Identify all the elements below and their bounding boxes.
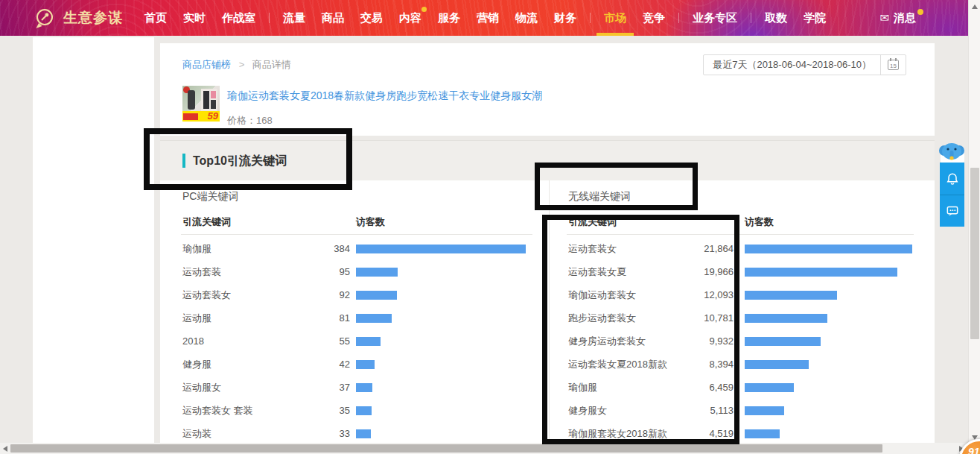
nav-group-divider <box>678 13 679 23</box>
horizontal-scroll-thumb[interactable] <box>10 444 882 453</box>
visitor-count: 55 <box>294 335 350 347</box>
annotation-box-wireless-tab <box>535 163 698 210</box>
visitor-count: 35 <box>294 405 350 416</box>
nav-item-2-1[interactable]: 竞争 <box>643 0 665 36</box>
visitor-bar-cell <box>745 383 794 392</box>
keyword-row: 瑜伽服384 <box>160 237 549 260</box>
nav-item-0-2[interactable]: 作战室 <box>222 0 255 36</box>
keyword-label: 运动服 <box>182 312 294 325</box>
keyword-label: 瑜伽服 <box>182 242 294 256</box>
elephant-mascot-icon[interactable] <box>938 140 966 165</box>
nav-item-2-0[interactable]: 市场 <box>604 0 626 36</box>
annotation-box-section-title <box>144 128 352 190</box>
calendar-icon: 15 <box>888 60 899 70</box>
logo-title: 生意参谋 <box>63 8 123 28</box>
nav-item-messages[interactable]: ✉ 消息 <box>879 0 923 36</box>
visitor-bar-cell <box>745 360 809 369</box>
feedback-chat-button[interactable] <box>940 195 964 227</box>
visitor-bar <box>745 429 780 438</box>
visitor-bar-cell <box>356 337 381 346</box>
visitor-bar-cell <box>745 337 821 346</box>
compass-logo-icon <box>34 7 54 29</box>
visitor-count: 42 <box>294 359 350 370</box>
visitor-bar <box>745 406 784 415</box>
visitor-bar <box>356 383 372 392</box>
breadcrumb-separator: > <box>239 59 245 70</box>
nav-item-1-1[interactable]: 商品 <box>322 0 344 36</box>
nav-group-divider <box>751 13 751 23</box>
vertical-scrollbar[interactable] <box>968 0 980 454</box>
date-range-selector[interactable]: 最近7天（2018-06-04~2018-06-10） 15 <box>703 54 906 75</box>
header-divider-line <box>181 234 532 235</box>
scroll-left-arrow[interactable] <box>3 446 7 452</box>
keyword-label: 运动服女 <box>182 381 294 394</box>
visitor-bar <box>356 429 371 438</box>
nav-group-divider <box>269 13 270 23</box>
thumb-price-badge: 59 <box>208 111 218 122</box>
column-header-visitors: 访客数 <box>745 215 774 229</box>
breadcrumb-current: 商品详情 <box>252 59 291 70</box>
visitor-bar <box>745 245 912 253</box>
nav-item-1-2[interactable]: 交易 <box>360 0 383 36</box>
scroll-up-arrow[interactable] <box>972 4 978 9</box>
nav-item-0-0[interactable]: 首页 <box>144 0 167 36</box>
visitor-count: 95 <box>294 266 350 277</box>
nav-item-3-0[interactable]: 业务专区 <box>693 0 737 36</box>
visitor-bar-cell <box>745 314 827 323</box>
nav-item-1-5[interactable]: 营销 <box>477 0 499 36</box>
keyword-label: 运动套装女 <box>182 289 294 302</box>
visitor-bar-cell <box>356 291 397 300</box>
visitor-count: 81 <box>294 312 350 324</box>
nav-item-1-4[interactable]: 服务 <box>438 0 460 36</box>
annotation-box-wireless-table <box>542 215 739 444</box>
breadcrumb: 商品店铺榜 > 商品详情 <box>182 58 291 72</box>
help-badge-text: 911 <box>968 446 980 454</box>
chat-bubble-icon <box>945 204 960 218</box>
column-header-visitors: 访客数 <box>356 215 385 229</box>
pc-keywords-panel: PC端关键词 引流关键词 访客数 瑜伽服384运动套装95运动套装女92运动服8… <box>160 180 549 443</box>
visitor-bar <box>745 337 821 346</box>
visitor-bar <box>745 291 837 300</box>
visitor-count: 384 <box>294 243 350 254</box>
vertical-scroll-thumb[interactable] <box>970 168 979 339</box>
calendar-button[interactable]: 15 <box>881 55 906 75</box>
keyword-row: 运动套装95 <box>160 260 549 283</box>
nav-item-1-6[interactable]: 物流 <box>515 0 538 36</box>
nav-item-1-7[interactable]: 财务 <box>554 0 576 36</box>
sycm-logo[interactable]: 生意参谋 <box>34 7 123 29</box>
visitor-bar <box>356 291 397 300</box>
visitor-bar-cell <box>356 406 372 415</box>
nav-menu: 首页实时作战室流量商品交易内容服务营销物流财务市场竞争业务专区取数学院 <box>136 0 834 36</box>
nav-item-1-3[interactable]: 内容 <box>399 0 421 36</box>
keyword-label: 运动套装女 套装 <box>182 404 294 417</box>
keyword-row: 运动套装女 套装35 <box>160 399 549 422</box>
visitor-bar-cell <box>356 268 398 277</box>
visitor-bar <box>745 383 794 392</box>
visitor-count: 92 <box>294 289 350 300</box>
visitor-bar-cell <box>745 406 784 415</box>
keyword-label: 2018 <box>182 335 294 347</box>
bell-icon <box>945 171 960 186</box>
keyword-row: 运动服女37 <box>160 376 549 399</box>
nav-item-1-0[interactable]: 流量 <box>283 0 305 36</box>
nav-item-0-1[interactable]: 实时 <box>183 0 206 36</box>
visitor-count: 33 <box>294 428 350 439</box>
visitor-bar-cell <box>356 360 375 369</box>
horizontal-scrollbar[interactable] <box>0 443 968 454</box>
visitor-bar-cell <box>356 429 371 438</box>
breadcrumb-parent-link[interactable]: 商品店铺榜 <box>182 59 231 70</box>
nav-item-4-0[interactable]: 取数 <box>765 0 787 36</box>
date-range-label[interactable]: 最近7天（2018-06-04~2018-06-10） <box>704 55 881 75</box>
notification-bell-button[interactable] <box>940 163 964 195</box>
message-badge-dot <box>917 9 923 15</box>
keyword-row: 健身服42 <box>160 353 549 376</box>
nav-group-divider <box>590 13 591 23</box>
visitor-bar-cell <box>745 429 780 438</box>
nav-item-4-1[interactable]: 学院 <box>804 0 826 36</box>
messages-label: 消息 <box>894 11 916 25</box>
product-thumbnail[interactable]: 59 <box>182 86 220 122</box>
visitor-bar <box>356 245 526 253</box>
visitor-bar <box>356 406 372 415</box>
product-title-link[interactable]: 瑜伽运动套装女夏2018春新款健身房跑步宽松速干衣专业健身服女潮 <box>227 89 542 103</box>
keyword-row: 201855 <box>160 330 549 353</box>
